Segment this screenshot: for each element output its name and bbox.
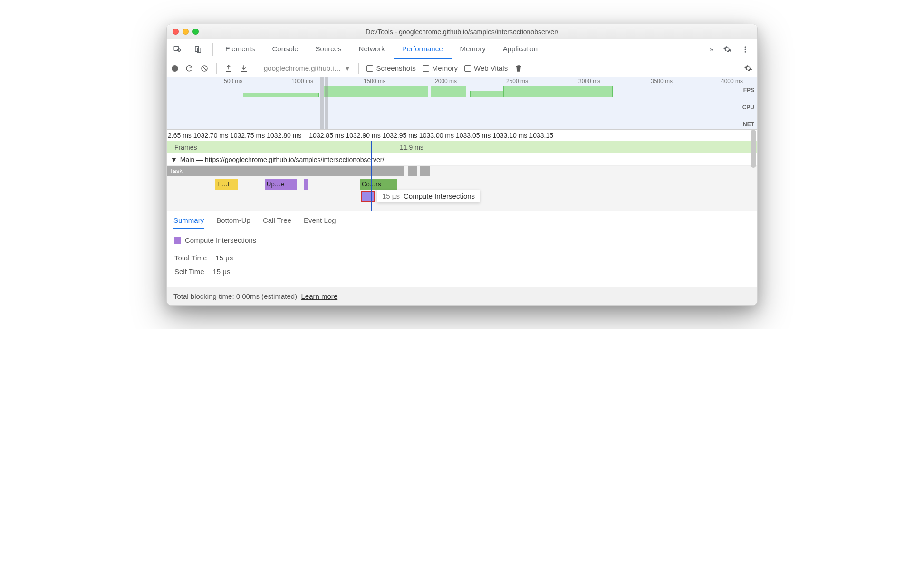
upload-button[interactable] bbox=[224, 64, 233, 73]
flame-tooltip: 15 µsCompute Intersections bbox=[377, 190, 480, 202]
flame-scrollbar[interactable] bbox=[751, 130, 756, 168]
screenshots-checkbox[interactable]: Screenshots bbox=[366, 64, 415, 72]
tab-bottom-up[interactable]: Bottom-Up bbox=[216, 216, 250, 229]
devtools-window: DevTools - googlechrome.github.io/sample… bbox=[166, 24, 758, 306]
summary-pane: Compute Intersections Total Time15 µs Se… bbox=[167, 229, 757, 287]
capture-settings-icon[interactable] bbox=[744, 64, 752, 73]
reload-button[interactable] bbox=[185, 64, 193, 73]
record-button[interactable] bbox=[172, 65, 178, 72]
overview-handle-left[interactable] bbox=[320, 77, 324, 129]
svg-point-3 bbox=[745, 46, 746, 48]
recording-select[interactable]: googlechrome.github.i… ▼ bbox=[264, 64, 351, 72]
perf-toolbar: googlechrome.github.i… ▼ Screenshots Mem… bbox=[167, 59, 757, 77]
flame-task[interactable]: Task bbox=[167, 166, 404, 176]
trash-button[interactable] bbox=[514, 64, 523, 73]
memory-checkbox[interactable]: Memory bbox=[423, 64, 458, 72]
flame-selected[interactable] bbox=[361, 191, 375, 202]
flame-ruler: 2.65 ms1032.70 ms1032.75 ms1032.80 ms103… bbox=[167, 130, 757, 141]
settings-icon[interactable] bbox=[723, 45, 732, 54]
overview-handle-right[interactable] bbox=[325, 77, 328, 129]
traffic-lights bbox=[173, 29, 199, 35]
maximize-window-button[interactable] bbox=[192, 29, 199, 35]
flame-compute[interactable]: Co…rs bbox=[360, 179, 397, 190]
flame-event[interactable]: E…l bbox=[215, 179, 238, 190]
tab-console[interactable]: Console bbox=[264, 39, 307, 59]
tab-network[interactable]: Network bbox=[350, 39, 394, 59]
summary-swatch bbox=[174, 237, 181, 244]
panel-tabbar: Elements Console Sources Network Perform… bbox=[167, 39, 757, 59]
learn-more-link[interactable]: Learn more bbox=[301, 292, 337, 300]
cpu-lane-label: CPU bbox=[742, 104, 754, 111]
svg-rect-2 bbox=[198, 48, 201, 53]
timeline-overview[interactable]: 500 ms 1000 ms 1500 ms 2000 ms 2500 ms 3… bbox=[167, 77, 757, 130]
inspect-icon[interactable] bbox=[167, 45, 188, 54]
tab-performance[interactable]: Performance bbox=[394, 39, 452, 59]
chevron-down-icon: ▼ bbox=[171, 156, 177, 163]
tab-application[interactable]: Application bbox=[494, 39, 546, 59]
frames-track[interactable]: Frames 11.9 ms bbox=[167, 141, 757, 153]
svg-point-5 bbox=[745, 51, 746, 53]
tab-summary[interactable]: Summary bbox=[173, 216, 204, 229]
svg-point-4 bbox=[745, 49, 746, 50]
label-total-time: Total Time bbox=[174, 254, 207, 262]
webvitals-checkbox[interactable]: Web Vitals bbox=[464, 64, 508, 72]
clear-button[interactable] bbox=[200, 64, 209, 73]
summary-event-name: Compute Intersections bbox=[185, 236, 256, 244]
separator bbox=[212, 43, 213, 56]
titlebar: DevTools - googlechrome.github.io/sample… bbox=[167, 24, 757, 39]
fps-lane-label: FPS bbox=[743, 87, 754, 94]
svg-rect-1 bbox=[195, 46, 199, 51]
more-tabs-icon[interactable]: » bbox=[710, 45, 713, 53]
net-lane-label: NET bbox=[743, 121, 754, 128]
close-window-button[interactable] bbox=[173, 29, 179, 35]
flame-chart-area: 2.65 ms1032.70 ms1032.75 ms1032.80 ms103… bbox=[167, 130, 757, 211]
window-title: DevTools - googlechrome.github.io/sample… bbox=[167, 28, 757, 36]
value-total-time: 15 µs bbox=[215, 254, 233, 262]
main-track-header[interactable]: ▼ Main — https://googlechrome.github.io/… bbox=[167, 153, 757, 166]
blocking-time-text: Total blocking time: 0.00ms (estimated) bbox=[173, 292, 297, 300]
detail-tabs: Summary Bottom-Up Call Tree Event Log bbox=[167, 211, 757, 229]
panel-tabs: Elements Console Sources Network Perform… bbox=[217, 39, 702, 59]
value-self-time: 15 µs bbox=[213, 267, 231, 276]
label-self-time: Self Time bbox=[174, 267, 204, 276]
kebab-menu-icon[interactable] bbox=[741, 45, 750, 54]
download-button[interactable] bbox=[240, 64, 248, 73]
minimize-window-button[interactable] bbox=[183, 29, 189, 35]
footer: Total blocking time: 0.00ms (estimated) … bbox=[167, 287, 757, 305]
tab-elements[interactable]: Elements bbox=[217, 39, 264, 59]
flame-update[interactable]: Up…e bbox=[265, 179, 297, 190]
flame-chart[interactable]: Task E…l Up…e Co…rs 15 µsCompute Interse… bbox=[167, 166, 757, 211]
tab-event-log[interactable]: Event Log bbox=[304, 216, 336, 229]
tab-memory[interactable]: Memory bbox=[452, 39, 494, 59]
time-cursor[interactable] bbox=[371, 141, 372, 211]
tab-sources[interactable]: Sources bbox=[307, 39, 350, 59]
tab-call-tree[interactable]: Call Tree bbox=[263, 216, 291, 229]
device-toggle-icon[interactable] bbox=[188, 45, 209, 54]
